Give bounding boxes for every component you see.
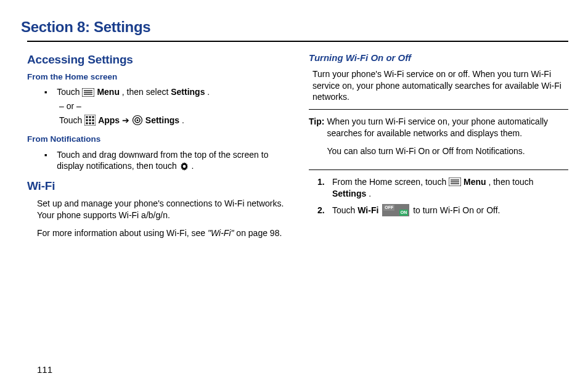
text-bold: Menu — [97, 87, 120, 97]
heading-accessing-settings: Accessing Settings — [27, 52, 287, 68]
svg-rect-9 — [89, 120, 91, 121]
paragraph: For more information about using Wi-Fi, … — [37, 227, 287, 239]
subheading-from-notifications: From Notifications — [27, 134, 287, 145]
text: For more information about using Wi-Fi, … — [37, 228, 208, 238]
bullet-marker-icon: ■ — [44, 89, 47, 95]
svg-point-16 — [136, 120, 138, 121]
text: , then select — [122, 87, 171, 97]
list-step-1: 1. From the Home screen, touch Menu , th… — [317, 176, 568, 200]
section-title: Section 8: Settings — [21, 17, 568, 37]
bullet-continuation: Touch Apps ➔ Settings . — [59, 115, 287, 126]
text: Touch and drag downward from the top of … — [57, 150, 268, 171]
two-column-layout: Accessing Settings From the Home screen … — [21, 51, 568, 245]
text-bold: Settings — [332, 189, 366, 198]
list-step-2: 2. Touch Wi-Fi OFF ON to turn Wi-Fi On o… — [317, 205, 568, 217]
bullet-item: ■ Touch Menu , then select Settings . — [44, 86, 287, 98]
text: From the Home screen, touch — [332, 177, 449, 187]
text: ➔ — [122, 115, 132, 125]
tip-label: Tip: — [309, 116, 324, 128]
bullet-item: ■ Touch and drag downward from the top o… — [44, 149, 287, 173]
numbered-list: 1. From the Home screen, touch Menu , th… — [309, 176, 568, 217]
paragraph: When you turn Wi-Fi service on, your pho… — [327, 116, 568, 139]
text: Touch — [59, 115, 84, 125]
text-bold: Menu — [463, 177, 486, 187]
paragraph: Turn your phone's Wi-Fi service on or of… — [312, 68, 568, 104]
svg-rect-13 — [92, 123, 94, 125]
text-bold: Settings — [145, 115, 179, 125]
toggle-off-label: OFF — [383, 205, 394, 211]
step-body: Touch Wi-Fi OFF ON to turn Wi-Fi On or O… — [332, 205, 568, 217]
svg-rect-6 — [89, 116, 91, 118]
step-number: 1. — [317, 176, 332, 188]
text-bold: Wi-Fi — [357, 205, 378, 215]
step-body: From the Home screen, touch Menu , then … — [332, 176, 568, 200]
bullet-text: Touch Apps ➔ Settings . — [59, 115, 287, 126]
toggle-on-label: ON — [399, 210, 409, 216]
svg-rect-8 — [86, 120, 88, 121]
text: . — [182, 115, 184, 125]
svg-rect-10 — [92, 120, 94, 121]
text: . — [369, 189, 371, 198]
menu-icon — [82, 88, 94, 97]
cross-reference: "Wi-Fi" — [208, 228, 234, 238]
bullet-text: Touch and drag downward from the top of … — [57, 149, 287, 173]
toggle-switch-icon: OFF ON — [382, 204, 409, 216]
text-bold: Apps — [98, 115, 120, 125]
svg-rect-7 — [92, 116, 94, 118]
text-bold: Settings — [171, 87, 205, 97]
page-number: 111 — [37, 364, 52, 376]
text: . — [207, 87, 210, 97]
svg-point-17 — [182, 165, 186, 168]
divider — [309, 169, 568, 170]
svg-rect-5 — [86, 116, 88, 118]
bullet-text: Touch Menu , then select Settings . — [57, 86, 287, 98]
paragraph: Set up and manage your phone's connectio… — [37, 198, 287, 221]
paragraph: You can also turn Wi-Fi On or Off from N… — [327, 145, 568, 157]
tip-body: When you turn Wi-Fi service on, your pho… — [327, 116, 568, 163]
body-paragraphs: Set up and manage your phone's connectio… — [37, 198, 287, 239]
section-divider — [27, 41, 568, 42]
left-column: Accessing Settings From the Home screen … — [27, 51, 287, 245]
tip-block: Tip: When you turn Wi-Fi service on, you… — [309, 116, 568, 163]
gear-icon — [179, 161, 189, 171]
bullet-marker-icon: ■ — [44, 152, 47, 158]
step-number: 2. — [317, 205, 332, 216]
settings-gear-icon — [132, 115, 143, 126]
apps-icon — [84, 115, 96, 126]
svg-rect-12 — [89, 123, 91, 125]
divider — [309, 109, 568, 110]
text: Touch — [57, 87, 82, 97]
subheading-turning-wifi-on-off: Turning Wi-Fi On or Off — [309, 52, 568, 64]
text: . — [192, 161, 194, 171]
subheading-from-home-screen: From the Home screen — [27, 71, 287, 83]
or-separator: – or – — [59, 100, 287, 112]
heading-wifi: Wi-Fi — [27, 178, 287, 194]
text: to turn Wi-Fi On or Off. — [413, 205, 500, 215]
text: , then touch — [488, 177, 533, 187]
text: Touch — [332, 205, 357, 215]
menu-icon — [449, 178, 461, 186]
right-column: Turning Wi-Fi On or Off Turn your phone'… — [309, 51, 568, 245]
text: on page 98. — [236, 228, 282, 238]
svg-rect-11 — [86, 123, 88, 125]
body-paragraphs: Turn your phone's Wi-Fi service on or of… — [312, 68, 568, 104]
